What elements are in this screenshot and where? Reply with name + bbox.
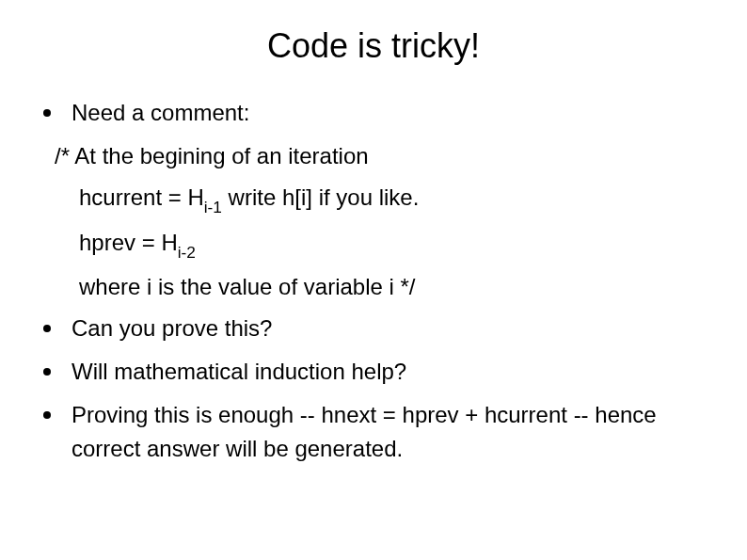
comment-line: hprev = Hi-2 — [38, 226, 709, 264]
bullet-item: Need a comment: — [38, 96, 709, 130]
bullet-item: Will mathematical induction help? — [38, 355, 709, 389]
bullet-item: Proving this is enough -- hnext = hprev … — [38, 398, 709, 466]
bullet-icon — [43, 325, 51, 332]
slide: Code is tricky! Need a comment: /* At th… — [0, 0, 747, 560]
bullet-text: Proving this is enough -- hnext = hprev … — [72, 398, 709, 466]
bullet-text: Can you prove this? — [72, 312, 709, 345]
bullet-icon — [43, 411, 51, 419]
subscript: i-2 — [178, 243, 196, 262]
bullet-icon — [43, 109, 51, 117]
subscript: i-1 — [204, 198, 222, 216]
bullet-item: Can you prove this? — [38, 312, 709, 345]
bullet-text: Will mathematical induction help? — [72, 355, 709, 389]
code-text: hcurrent = H — [79, 184, 204, 210]
bullet-text: Need a comment: — [72, 96, 709, 130]
code-text: write h[i] if you like. — [222, 184, 419, 210]
comment-line: hcurrent = Hi-1 write h[i] if you like. — [38, 181, 709, 218]
slide-title: Code is tricky! — [38, 26, 709, 66]
code-text: hprev = H — [79, 230, 178, 255]
bullet-icon — [43, 368, 51, 376]
comment-line: where i is the value of variable i */ — [38, 270, 709, 304]
comment-line: /* At the begining of an iteration — [38, 139, 709, 173]
slide-content: Need a comment: /* At the begining of an… — [38, 96, 709, 466]
